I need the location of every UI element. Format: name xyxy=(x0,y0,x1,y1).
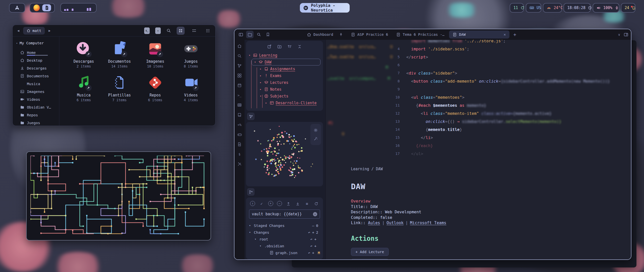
search-ribbon-icon[interactable] xyxy=(237,53,242,59)
stage-icon[interactable]: + xyxy=(312,251,314,255)
git-changed-files-icon[interactable]: ≡ xyxy=(304,201,310,207)
terminal-button[interactable]: $_ xyxy=(144,27,150,34)
undo-icon[interactable]: ↶ xyxy=(310,244,313,248)
graph-view-panel[interactable] xyxy=(246,122,323,186)
weather-indicator[interactable]: 24°C xyxy=(543,3,562,13)
folder-item[interactable]: Juegos 8 items xyxy=(173,41,209,68)
tree-chevron-icon[interactable]: ▾ xyxy=(248,54,251,57)
sidebar-item[interactable]: Juegos xyxy=(16,119,57,126)
file-tree-item[interactable]: ▸ Lectures xyxy=(248,79,321,86)
graph-ribbon-icon[interactable] xyxy=(237,63,242,69)
git-chevron-icon[interactable]: ▾ xyxy=(255,237,258,241)
editor-tab[interactable]: Dashboard ✕ xyxy=(303,30,346,39)
files-panel-icon[interactable] xyxy=(246,31,254,38)
clock-widget[interactable]: 18:08:28 xyxy=(564,3,591,13)
git-tree-row[interactable]: ▾ root — ↶ + xyxy=(249,236,320,243)
file-tree-item[interactable]: ▾ Subjects xyxy=(248,93,321,99)
tools-ribbon-icon[interactable] xyxy=(237,161,242,167)
file-tree-item[interactable]: ▸ Desarrollo-Cliente xyxy=(248,99,321,106)
folder-item[interactable]: Repos 6 items xyxy=(137,75,173,102)
tree-chevron-icon[interactable]: ▸ xyxy=(265,101,268,105)
taskbar-apps[interactable] xyxy=(30,3,55,13)
file-tree-item[interactable]: ▸ ! Exams xyxy=(248,72,321,79)
git-backup-icon[interactable]: ↑ xyxy=(250,201,255,206)
git-commit-icon[interactable]: ✓ xyxy=(259,201,264,207)
git-tree-row[interactable]: graph.json — ↶ + M xyxy=(249,249,320,256)
firefox-icon[interactable] xyxy=(33,5,40,11)
compact-view-button[interactable] xyxy=(204,27,212,35)
folder-item[interactable]: Plantillas 7 items xyxy=(102,75,137,102)
templater-ribbon-icon[interactable]: <% xyxy=(237,122,242,127)
file-tree-item[interactable]: ▾ Learning xyxy=(248,52,321,59)
media-player-widget[interactable]: Polyphia - Neurotica xyxy=(300,3,350,13)
tab-close-icon[interactable]: ✕ xyxy=(504,32,506,37)
git-unstage-all-icon[interactable]: − xyxy=(277,201,282,206)
undo-icon[interactable]: ↶ xyxy=(308,230,310,234)
graph-panel-tab[interactable] xyxy=(247,113,255,120)
stage-icon[interactable]: + xyxy=(312,230,314,234)
git-panel-tab[interactable] xyxy=(247,188,255,196)
notifications-widget[interactable]: 24 xyxy=(621,3,635,13)
editor-tab[interactable]: DAW ✕ xyxy=(449,30,509,39)
launcher-button[interactable] xyxy=(9,3,25,13)
new-note-icon[interactable] xyxy=(267,44,272,49)
sidebar-item[interactable]: Repos xyxy=(16,111,57,119)
editor-tab[interactable]: Tema 6 Prácticas -… ✕ xyxy=(393,30,448,39)
git-chevron-icon[interactable]: ▾ xyxy=(249,231,252,234)
volume-widget[interactable]: 100% xyxy=(593,3,619,13)
action-button[interactable]: + Add Lecture xyxy=(351,248,389,256)
microphone-icon[interactable] xyxy=(615,6,619,10)
undo-icon[interactable]: ↶ xyxy=(310,237,313,241)
tree-chevron-icon[interactable]: ▾ xyxy=(254,60,257,64)
git-chevron-icon[interactable]: ▾ xyxy=(260,244,263,248)
note-editor[interactable]: …One.svelte src\co…U…Two.svelte src\co…U… xyxy=(326,40,631,259)
git-pull-icon[interactable] xyxy=(295,201,300,207)
file-tree-item[interactable]: ▾ DAW xyxy=(248,59,321,65)
git-stage-all-icon[interactable]: + xyxy=(268,201,273,206)
note-link[interactable]: Outlook xyxy=(387,220,404,225)
forward-button[interactable]: ▶ xyxy=(47,29,52,32)
calendar-ribbon-icon[interactable] xyxy=(237,83,242,88)
new-folder-icon[interactable] xyxy=(277,44,282,49)
tab-list-chevron-icon[interactable]: ∨ xyxy=(618,33,620,37)
sort-order-icon[interactable] xyxy=(287,44,292,49)
keyboard-layout-indicator[interactable]: US xyxy=(526,3,541,13)
commit-message-input[interactable]: vault backup: {{date}} ✕ xyxy=(249,210,320,219)
note-link[interactable]: Aules xyxy=(368,220,380,225)
stage-icon[interactable]: + xyxy=(314,244,316,248)
sidebar-header[interactable]: ▾ My Computer xyxy=(16,41,57,45)
sidebar-item[interactable]: Videos xyxy=(16,95,57,103)
git-chevron-icon[interactable]: ▾ xyxy=(249,224,252,227)
git-tree-row[interactable]: ▾ Changes — ↶ + 2 xyxy=(249,229,320,236)
tree-chevron-icon[interactable]: ▸ xyxy=(259,74,262,77)
folder-item[interactable]: Documentos 14 items xyxy=(102,41,137,68)
action-button[interactable]: + Add Note xyxy=(351,259,389,260)
book-ribbon-icon[interactable] xyxy=(237,112,242,118)
currency-ribbon-icon[interactable]: $ xyxy=(237,151,242,157)
file-settings-ribbon-icon[interactable] xyxy=(237,142,242,147)
terminal-ribbon-icon[interactable]: >_ xyxy=(237,92,242,98)
search-button[interactable] xyxy=(166,28,171,33)
table-ribbon-icon[interactable] xyxy=(237,102,242,108)
home-ribbon-icon[interactable] xyxy=(237,43,242,49)
gamepad-ribbon-icon[interactable] xyxy=(237,132,242,137)
note-link[interactable]: Microsoft Teams xyxy=(410,220,447,225)
bookmarks-panel-icon[interactable] xyxy=(264,31,272,38)
dashboard-ribbon-icon[interactable] xyxy=(237,73,242,78)
sidebar-item[interactable]: Documentos xyxy=(16,72,57,80)
tree-chevron-icon[interactable]: ▸ xyxy=(259,81,262,84)
breadcrumb[interactable]: matt xyxy=(23,27,45,35)
sidebar-toggle-icon[interactable] xyxy=(237,31,245,38)
undo-icon[interactable]: ↶ xyxy=(308,251,310,255)
speaker-icon[interactable] xyxy=(596,6,601,10)
git-push-icon[interactable] xyxy=(286,201,291,207)
folder-item[interactable]: Descargas 2 items xyxy=(66,41,102,68)
new-tab-button[interactable]: + xyxy=(511,32,519,37)
editor-tab[interactable]: ASP Practice 6 ✕ xyxy=(347,30,392,39)
sidebar-item[interactable]: Descargas xyxy=(16,64,57,72)
search-panel-icon[interactable] xyxy=(255,31,263,38)
tree-chevron-icon[interactable]: ▾ xyxy=(259,94,262,98)
updates-indicator[interactable]: 11 xyxy=(510,3,524,13)
graph-wand-icon[interactable] xyxy=(313,137,318,141)
stage-icon[interactable]: + xyxy=(314,237,316,241)
